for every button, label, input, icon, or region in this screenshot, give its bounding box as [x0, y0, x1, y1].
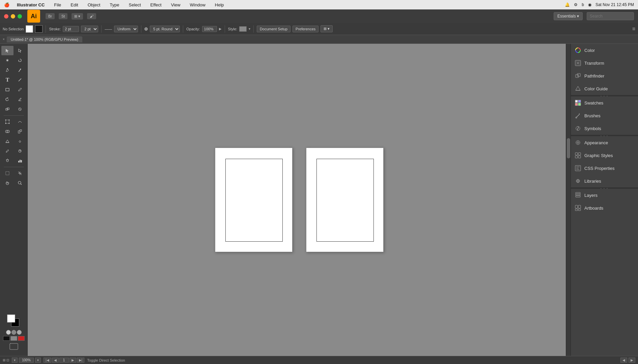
- measure-tool[interactable]: [14, 146, 26, 156]
- panel-item-libraries[interactable]: Libraries: [571, 175, 638, 187]
- menu-edit[interactable]: Edit: [68, 2, 80, 8]
- artboard-1[interactable]: [215, 148, 293, 252]
- pen-tool[interactable]: [1, 65, 13, 75]
- panel-item-appearance[interactable]: Appearance: [571, 136, 638, 149]
- menu-view[interactable]: View: [169, 2, 183, 8]
- live-paint-tool[interactable]: [14, 127, 26, 136]
- eyedropper-tool[interactable]: [1, 146, 13, 156]
- rectangle-tool[interactable]: [1, 85, 13, 94]
- panel-item-swatches[interactable]: Swatches: [571, 96, 638, 109]
- status-arrow-left[interactable]: ◀: [620, 358, 627, 363]
- next-page-btn[interactable]: ▶: [70, 358, 76, 363]
- arrange-btn[interactable]: ⊞ ▾: [72, 13, 83, 20]
- panel-item-color-guide[interactable]: Color Guide: [571, 82, 638, 95]
- last-page-btn[interactable]: ▶|: [77, 358, 85, 363]
- shape-builder-tool[interactable]: [1, 127, 13, 136]
- column-graph-tool[interactable]: [14, 156, 26, 165]
- essentials-btn[interactable]: Essentials ▾: [554, 12, 583, 20]
- panel-item-symbols[interactable]: Symbols: [571, 122, 638, 135]
- type-tool[interactable]: T: [1, 75, 13, 85]
- direct-selection-tool[interactable]: [14, 46, 26, 55]
- magic-wand-tool[interactable]: ✶: [1, 56, 13, 65]
- menu-file[interactable]: File: [52, 2, 63, 8]
- artboard-tool[interactable]: [1, 169, 13, 178]
- zoom-dropdown-btn-2[interactable]: ▾: [35, 358, 41, 363]
- opacity-arrow-btn[interactable]: ▶: [219, 27, 222, 31]
- window-minimize[interactable]: [11, 14, 15, 19]
- pencil-tool[interactable]: [14, 85, 26, 94]
- hand-tool[interactable]: [1, 178, 13, 188]
- selection-tool[interactable]: [1, 46, 13, 55]
- panel-item-artboards[interactable]: Artboards: [571, 202, 638, 214]
- stroke-width-input[interactable]: [63, 26, 79, 32]
- none-color-btn[interactable]: [6, 330, 11, 335]
- lasso-tool[interactable]: [14, 56, 26, 65]
- first-page-btn[interactable]: |◀: [44, 358, 51, 363]
- menu-type[interactable]: Type: [108, 2, 121, 8]
- style-dropdown-btn[interactable]: ▾: [249, 27, 250, 31]
- prev-page-btn[interactable]: ◀: [52, 358, 59, 363]
- draw-mode-btn[interactable]: [9, 343, 19, 351]
- gear-icon[interactable]: ⚙: [574, 2, 578, 7]
- black-swatch[interactable]: [3, 336, 10, 341]
- slice-tool[interactable]: [14, 169, 26, 178]
- brush-btn[interactable]: 🖌: [87, 13, 96, 19]
- uniform-dropdown[interactable]: Uniform: [114, 26, 138, 32]
- scale-tool[interactable]: [1, 104, 13, 114]
- apple-menu[interactable]: 🍎: [4, 2, 9, 7]
- rotate-tool[interactable]: [1, 95, 13, 104]
- menu-object[interactable]: Object: [86, 2, 103, 8]
- menu-window[interactable]: Window: [188, 2, 207, 8]
- warp-tool[interactable]: [14, 104, 26, 114]
- menu-select[interactable]: Select: [127, 2, 143, 8]
- status-arrow-right[interactable]: ▶: [629, 358, 635, 363]
- perspective-grid-tool[interactable]: [1, 136, 13, 146]
- page-number-input[interactable]: [59, 358, 69, 363]
- panel-item-css-properties[interactable]: CSS Properties: [571, 162, 638, 175]
- panel-item-brushes[interactable]: Brushes: [571, 109, 638, 122]
- grid-icon[interactable]: ⊡: [6, 358, 9, 362]
- foreground-color-swatch[interactable]: [7, 314, 15, 323]
- notification-icon[interactable]: 🔔: [565, 2, 570, 7]
- eyedropper-tool-2[interactable]: [14, 65, 26, 75]
- zoom-input[interactable]: [19, 358, 34, 363]
- free-transform-tool[interactable]: [1, 117, 13, 126]
- reshape-tool[interactable]: [14, 117, 26, 126]
- panel-item-pathfinder[interactable]: Pathfinder: [571, 69, 638, 82]
- panel-item-color[interactable]: Color: [571, 44, 638, 57]
- search-input[interactable]: [587, 12, 634, 20]
- artboard-2[interactable]: [306, 148, 384, 252]
- window-maximize[interactable]: [18, 14, 22, 19]
- symbol-sprayer-tool[interactable]: [1, 156, 13, 165]
- menu-illustrator[interactable]: Illustrator CC: [15, 2, 47, 8]
- fill-color-box[interactable]: [26, 25, 33, 33]
- stroke-color-box[interactable]: [35, 25, 43, 33]
- artboard-status-icon[interactable]: ⊞: [3, 358, 5, 362]
- line-tool[interactable]: [14, 75, 26, 85]
- creative-cloud-icon[interactable]: ◉: [588, 2, 591, 7]
- opacity-input[interactable]: [202, 26, 217, 32]
- panel-toggle-btn[interactable]: ≡: [632, 26, 635, 32]
- document-setup-btn[interactable]: Document Setup: [257, 26, 290, 32]
- preferences-btn[interactable]: Preferences: [293, 26, 318, 32]
- select-3d-tool[interactable]: [14, 136, 26, 146]
- panel-item-layers[interactable]: Layers: [571, 189, 638, 202]
- vertical-scrollbar-thumb[interactable]: [567, 138, 570, 158]
- document-tab[interactable]: Untitled-1* @ 100% (RGB/GPU Preview): [7, 36, 82, 42]
- stock-btn[interactable]: St: [59, 13, 67, 19]
- arrange-view-btn[interactable]: ⊞ ▾: [321, 25, 333, 32]
- zoom-tool[interactable]: [14, 178, 26, 188]
- style-preview[interactable]: [239, 26, 247, 32]
- gradient-mode-btn[interactable]: [17, 330, 22, 335]
- eraser-tool[interactable]: [14, 95, 26, 104]
- zoom-dropdown-btn[interactable]: ▾: [12, 358, 18, 363]
- red-swatch[interactable]: [18, 336, 25, 341]
- bridge-btn[interactable]: Br: [46, 13, 55, 19]
- menu-effect[interactable]: Effect: [148, 2, 164, 8]
- color-mode-btn[interactable]: [11, 330, 16, 335]
- window-close[interactable]: [4, 14, 8, 19]
- point-size-dropdown[interactable]: 5 pt. Round: [150, 26, 180, 32]
- panel-item-transform[interactable]: Transform: [571, 57, 638, 69]
- stroke-width-dropdown[interactable]: 2 pt: [81, 26, 98, 32]
- panel-item-graphic-styles[interactable]: Graphic Styles: [571, 149, 638, 162]
